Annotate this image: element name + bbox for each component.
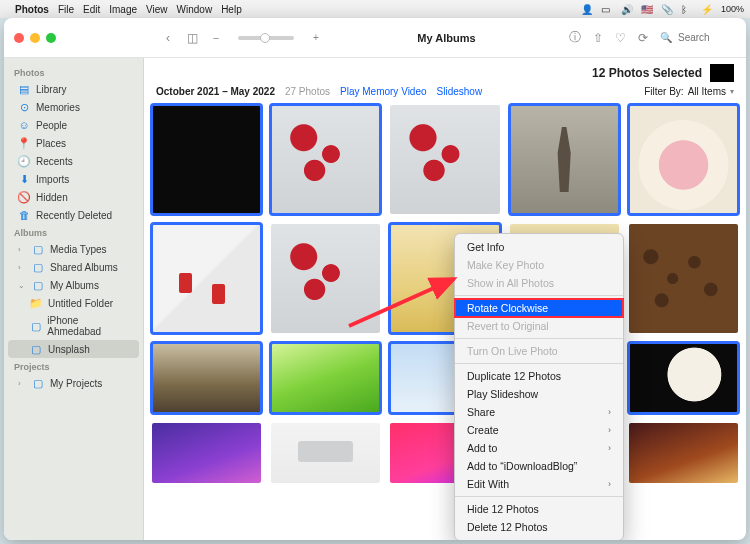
photo-image (152, 343, 261, 413)
photo-thumbnail[interactable] (271, 105, 380, 214)
menu-item-delete-12-photos[interactable]: Delete 12 Photos (455, 518, 623, 536)
search-input[interactable] (676, 31, 736, 44)
zoom-slider[interactable] (238, 36, 294, 40)
sidebar-item-untitled-folder[interactable]: 📁Untitled Folder (8, 294, 139, 312)
photo-thumbnail[interactable] (271, 224, 380, 333)
volume-icon[interactable]: 🔊 (621, 4, 632, 15)
menu-item-add-to[interactable]: Add to› (455, 439, 623, 457)
zoom-in-icon[interactable]: + (308, 32, 324, 43)
sidebar-item-label: People (36, 120, 67, 131)
sidebar-item-iphone-ahmedabad[interactable]: ▢iPhone Ahmedabad (8, 312, 139, 340)
photo-thumbnail[interactable] (629, 224, 738, 333)
memories-icon: ⊙ (18, 101, 30, 113)
flag-icon[interactable]: 🇺🇸 (641, 4, 652, 15)
photo-image (152, 224, 261, 333)
sidebar-item-label: Imports (36, 174, 69, 185)
bluetooth-icon[interactable]: ᛒ (681, 4, 692, 15)
photo-thumbnail[interactable] (510, 105, 619, 214)
filter-value[interactable]: All Items (688, 86, 726, 97)
photo-image (271, 423, 380, 483)
menubar-file[interactable]: File (58, 4, 74, 15)
album-icon: ▢ (30, 343, 42, 355)
sidebar-item-library[interactable]: ▤Library (8, 80, 139, 98)
back-button[interactable]: ‹ (160, 31, 176, 45)
favorite-icon[interactable]: ♡ (615, 31, 626, 45)
zoom-button[interactable] (46, 33, 56, 43)
imports-icon: ⬇ (18, 173, 30, 185)
menu-item-share[interactable]: Share› (455, 403, 623, 421)
filter-by-label: Filter By: (644, 86, 683, 97)
photo-thumbnail[interactable] (629, 105, 738, 214)
battery-icon[interactable]: ⚡ (701, 4, 712, 15)
sidebar-item-label: Media Types (50, 244, 107, 255)
display-icon[interactable]: ▭ (601, 4, 612, 15)
menu-item-label: Add to (467, 442, 497, 454)
sidebar-section-projects: Projects (4, 358, 143, 374)
sidebar-item-unsplash[interactable]: ▢Unsplash (8, 340, 139, 358)
sidebar-item-label: Memories (36, 102, 80, 113)
sidebar-item-imports[interactable]: ⬇Imports (8, 170, 139, 188)
menu-item-get-info[interactable]: Get Info (455, 238, 623, 256)
sidebar-item-memories[interactable]: ⊙Memories (8, 98, 139, 116)
menu-item-hide-12-photos[interactable]: Hide 12 Photos (455, 500, 623, 518)
sidebar-item-hidden[interactable]: 🚫Hidden (8, 188, 139, 206)
sidebar-item-media-types[interactable]: ›▢Media Types (8, 240, 139, 258)
slideshow-link[interactable]: Slideshow (437, 86, 483, 97)
menu-item-label: Turn On Live Photo (467, 345, 558, 357)
menubar-app[interactable]: Photos (15, 4, 49, 15)
menu-item-add-to-idownloadblog-[interactable]: Add to “iDownloadBlog” (455, 457, 623, 475)
sidebar-item-my-albums[interactable]: ⌄▢My Albums (8, 276, 139, 294)
photo-thumbnail[interactable] (271, 423, 380, 483)
menubar-edit[interactable]: Edit (83, 4, 100, 15)
photo-thumbnail[interactable] (152, 423, 261, 483)
photo-thumbnail[interactable] (629, 423, 738, 483)
menubar-image[interactable]: Image (109, 4, 137, 15)
photo-thumbnail[interactable] (152, 224, 261, 333)
close-button[interactable] (14, 33, 24, 43)
minimize-button[interactable] (30, 33, 40, 43)
chevron-icon: › (18, 245, 26, 254)
search-field[interactable]: 🔍 (660, 31, 736, 44)
sidebar-item-people[interactable]: ☺People (8, 116, 139, 134)
menubar-window[interactable]: Window (177, 4, 213, 15)
photo-count: 27 Photos (285, 86, 330, 97)
photo-thumbnail[interactable] (390, 105, 499, 214)
menu-item-create[interactable]: Create› (455, 421, 623, 439)
sidebar: Photos▤Library⊙Memories☺People📍Places🕘Re… (4, 58, 144, 540)
menubar-help[interactable]: Help (221, 4, 242, 15)
photo-thumbnail[interactable] (152, 105, 261, 214)
attachment-icon[interactable]: 📎 (661, 4, 672, 15)
chevron-icon: › (18, 379, 26, 388)
places-icon: 📍 (18, 137, 30, 149)
menu-item-show-in-all-photos: Show in All Photos (455, 274, 623, 292)
user-icon[interactable]: 👤 (581, 4, 592, 15)
menu-item-make-key-photo: Make Key Photo (455, 256, 623, 274)
play-memory-link[interactable]: Play Memory Video (340, 86, 427, 97)
sidebar-item-places[interactable]: 📍Places (8, 134, 139, 152)
chevron-icon: › (18, 263, 26, 272)
sidebar-item-recently-deleted[interactable]: 🗑Recently Deleted (8, 206, 139, 224)
people-icon: ☺ (18, 119, 30, 131)
menu-item-rotate-clockwise[interactable]: Rotate Clockwise (455, 299, 623, 317)
zoom-out-icon[interactable]: – (208, 32, 224, 43)
sidebar-item-label: Recently Deleted (36, 210, 112, 221)
photo-thumbnail[interactable] (629, 343, 738, 413)
sidebar-item-recents[interactable]: 🕘Recents (8, 152, 139, 170)
square-view-icon[interactable]: ◫ (184, 31, 200, 45)
photo-thumbnail[interactable] (271, 343, 380, 413)
menu-item-duplicate-12-photos[interactable]: Duplicate 12 Photos (455, 367, 623, 385)
info-icon[interactable]: ⓘ (569, 29, 581, 46)
rotate-icon[interactable]: ⟳ (638, 31, 648, 45)
menu-separator (455, 363, 623, 364)
menubar-view[interactable]: View (146, 4, 168, 15)
menu-item-edit-with[interactable]: Edit With› (455, 475, 623, 493)
submenu-chevron-icon: › (608, 479, 611, 489)
sidebar-item-my-projects[interactable]: ›▢My Projects (8, 374, 139, 392)
share-icon[interactable]: ⇧ (593, 31, 603, 45)
sidebar-item-shared-albums[interactable]: ›▢Shared Albums (8, 258, 139, 276)
album-meta-row: October 2021 – May 2022 27 Photos Play M… (144, 84, 746, 101)
photo-thumbnail[interactable] (152, 343, 261, 413)
menu-item-play-slideshow[interactable]: Play Slideshow (455, 385, 623, 403)
chevron-down-icon[interactable]: ▾ (730, 87, 734, 96)
mac-menubar: Photos File Edit Image View Window Help … (0, 0, 750, 18)
